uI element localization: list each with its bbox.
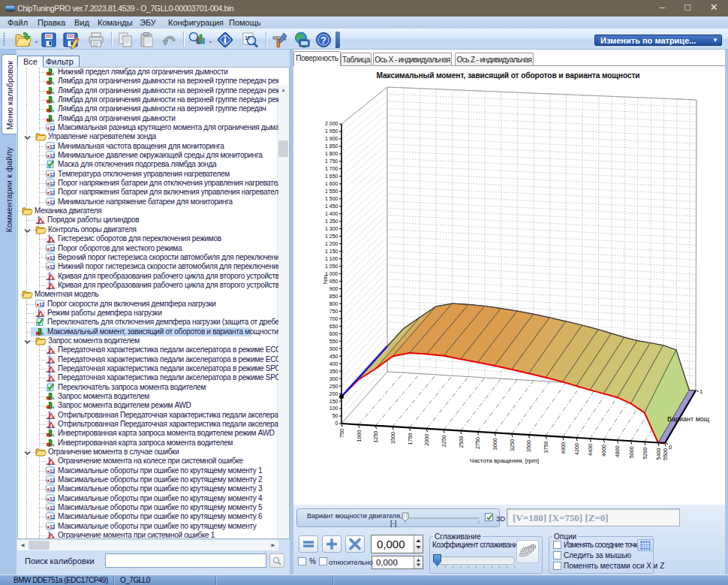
- svg-text:12: 12: [50, 171, 55, 176]
- svg-text:3000: 3000: [492, 438, 498, 450]
- svg-text:1 650: 1 650: [325, 173, 338, 179]
- svg-text:12: 12: [50, 514, 55, 520]
- svg-text:1 300: 1 300: [325, 226, 338, 231]
- svg-text:1 750: 1 750: [325, 158, 338, 164]
- svg-text:0: 0: [669, 444, 672, 451]
- svg-text:5000: 5000: [628, 446, 635, 458]
- svg-text:200: 200: [329, 391, 338, 397]
- svg-text:4400: 4400: [587, 444, 594, 456]
- svg-text:3250: 3250: [509, 439, 516, 451]
- svg-text:1 800: 1 800: [325, 151, 338, 156]
- svg-text:1500: 1500: [390, 432, 396, 444]
- svg-text:12: 12: [50, 496, 55, 501]
- svg-text:3750: 3750: [543, 441, 549, 453]
- svg-text:600: 600: [329, 331, 338, 336]
- svg-text:12: 12: [50, 190, 55, 195]
- svg-text:800: 800: [329, 301, 338, 306]
- svg-text:1 450: 1 450: [325, 204, 338, 209]
- svg-text:Частота вращения, [rpm]: Частота вращения, [rpm]: [470, 457, 539, 464]
- svg-text:12: 12: [50, 143, 55, 149]
- svg-text:250: 250: [329, 384, 338, 389]
- svg-text:400: 400: [329, 361, 338, 366]
- svg-text:2500: 2500: [458, 436, 465, 448]
- svg-text:12: 12: [50, 264, 55, 270]
- svg-text:4800: 4800: [615, 445, 621, 457]
- svg-text:1 600: 1 600: [325, 181, 338, 186]
- svg-text:2750: 2750: [475, 437, 482, 449]
- svg-text:700: 700: [329, 316, 338, 321]
- svg-text:350: 350: [329, 369, 338, 374]
- svg-text:1000: 1000: [356, 430, 362, 442]
- svg-text:150: 150: [329, 399, 338, 404]
- svg-text:12: 12: [50, 255, 55, 260]
- svg-text:4200: 4200: [573, 443, 580, 455]
- svg-text:650: 650: [329, 324, 338, 329]
- svg-text:12: 12: [50, 487, 55, 492]
- svg-text:12: 12: [50, 199, 55, 204]
- svg-text:1 850: 1 850: [325, 143, 338, 149]
- svg-text:?: ?: [320, 35, 326, 46]
- svg-text:12: 12: [50, 523, 55, 529]
- svg-text:2000: 2000: [423, 434, 430, 446]
- svg-text:50: 50: [332, 413, 338, 418]
- svg-text:500: 500: [329, 346, 338, 351]
- svg-text:1750: 1750: [407, 433, 414, 445]
- svg-text:12: 12: [39, 301, 44, 306]
- svg-text:750: 750: [329, 309, 338, 314]
- svg-text:12: 12: [50, 181, 55, 186]
- svg-text:12: 12: [50, 505, 55, 511]
- svg-text:1 100: 1 100: [325, 256, 338, 261]
- svg-text:12: 12: [50, 468, 55, 473]
- svg-text:750: 750: [338, 429, 345, 438]
- svg-text:Nm: Nm: [322, 274, 329, 284]
- svg-text:5400: 5400: [655, 448, 662, 460]
- svg-text:Максимальный момент, зависящий: Максимальный момент, зависящий от оборот…: [376, 71, 639, 80]
- svg-text:850: 850: [329, 294, 338, 299]
- svg-text:5200: 5200: [642, 447, 648, 459]
- svg-text:1 700: 1 700: [325, 166, 338, 171]
- svg-text:1 500: 1 500: [325, 196, 338, 201]
- svg-text:4000: 4000: [560, 442, 567, 454]
- svg-text:2250: 2250: [441, 435, 447, 447]
- svg-text:1 350: 1 350: [325, 219, 338, 224]
- svg-text:12: 12: [50, 246, 55, 251]
- svg-text:2 000: 2 000: [325, 121, 338, 126]
- svg-text:1 250: 1 250: [325, 234, 338, 239]
- svg-text:3500: 3500: [526, 440, 533, 452]
- svg-text:1: 1: [699, 388, 702, 395]
- svg-text:1 400: 1 400: [325, 211, 338, 216]
- svg-text:1250: 1250: [372, 431, 379, 443]
- svg-text:550: 550: [329, 339, 338, 344]
- svg-text:950: 950: [329, 279, 338, 284]
- svg-text:1 550: 1 550: [325, 188, 338, 194]
- svg-text:4600: 4600: [600, 445, 607, 457]
- svg-text:Вариант мощ: Вариант мощ: [667, 415, 710, 423]
- svg-text:1 150: 1 150: [325, 249, 338, 254]
- svg-text:450: 450: [329, 354, 338, 359]
- svg-text:12: 12: [50, 153, 55, 158]
- svg-text:1 950: 1 950: [325, 128, 338, 134]
- svg-text:12: 12: [50, 125, 55, 131]
- svg-text:1 200: 1 200: [325, 241, 338, 246]
- svg-text:100: 100: [329, 406, 338, 411]
- svg-text:0: 0: [335, 421, 338, 426]
- svg-text:1 900: 1 900: [325, 136, 338, 141]
- svg-text:300: 300: [329, 376, 338, 381]
- svg-text:1 050: 1 050: [325, 264, 338, 269]
- svg-text:12: 12: [50, 478, 55, 483]
- svg-text:900: 900: [329, 286, 338, 291]
- svg-text:5500: 5500: [662, 448, 669, 460]
